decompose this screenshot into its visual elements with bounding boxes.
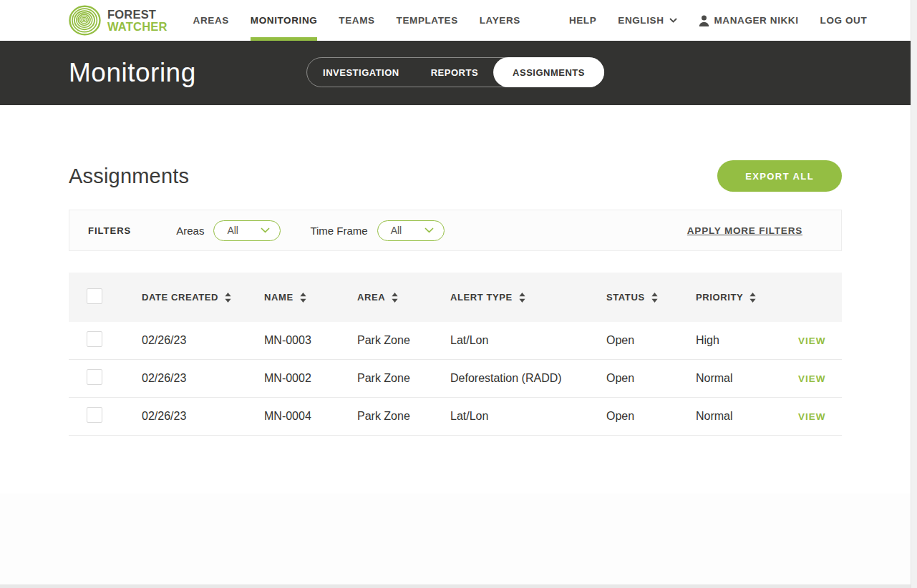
tree-rings-icon	[69, 4, 101, 36]
areas-filter: Areas All	[176, 220, 281, 241]
nav-item-areas[interactable]: AREAS	[193, 0, 229, 41]
column-header-date-created[interactable]: DATE CREATED	[142, 292, 264, 303]
nav-item-templates[interactable]: TEMPLATES	[397, 0, 458, 41]
scrollbar-track[interactable]	[911, 0, 917, 588]
tab-assignments[interactable]: ASSIGNMENTS	[493, 57, 604, 87]
main-content: Assignments EXPORT ALL FILTERS Areas All…	[0, 105, 911, 494]
cell-name: MN-0003	[264, 334, 357, 347]
user-name: MANAGER NIKKI	[714, 15, 799, 26]
logout-link[interactable]: LOG OUT	[820, 15, 868, 26]
cell-status: Open	[606, 334, 696, 347]
sort-icon	[651, 293, 658, 303]
sort-icon	[392, 293, 398, 303]
column-header-alert-type[interactable]: ALERT TYPE	[450, 292, 606, 303]
cell-priority: High	[696, 334, 798, 347]
table-row: 02/26/23 MN-0003 Park Zone Lat/Lon Open …	[69, 322, 842, 360]
main-nav: AREAS MONITORING TEAMS TEMPLATES LAYERS	[193, 0, 542, 41]
timeframe-filter-select[interactable]: All	[377, 220, 445, 241]
forest-watcher-logo[interactable]: FOREST WATCHER	[69, 0, 168, 41]
row-checkbox[interactable]	[87, 407, 102, 423]
brand-name: FOREST WATCHER	[107, 9, 168, 31]
areas-filter-label: Areas	[176, 225, 204, 237]
cell-date-created: 02/26/23	[142, 410, 264, 423]
timeframe-filter-label: Time Frame	[310, 225, 367, 237]
footer-area	[0, 494, 911, 584]
footer-strip	[0, 584, 911, 588]
cell-area: Park Zone	[357, 334, 450, 347]
sort-icon	[749, 293, 756, 303]
chevron-down-icon	[669, 18, 677, 23]
filters-bar: FILTERS Areas All Time Frame All	[69, 210, 842, 251]
chevron-down-icon	[261, 227, 270, 233]
cell-name: MN-0002	[264, 372, 357, 385]
help-link[interactable]: HELP	[569, 15, 596, 26]
monitoring-tabs: INVESTIGATION REPORTS ASSIGNMENTS	[306, 57, 604, 87]
view-link[interactable]: VIEW	[798, 335, 826, 346]
cell-alert-type: Lat/Lon	[450, 334, 606, 347]
tab-reports[interactable]: REPORTS	[415, 58, 494, 87]
nav-item-teams[interactable]: TEAMS	[339, 0, 374, 41]
language-label: ENGLISH	[618, 15, 664, 26]
cell-status: Open	[606, 372, 696, 385]
user-icon	[699, 15, 709, 26]
cell-alert-type: Lat/Lon	[450, 410, 606, 423]
cell-priority: Normal	[696, 410, 798, 423]
areas-filter-value: All	[227, 225, 238, 236]
page-header: Monitoring INVESTIGATION REPORTS ASSIGNM…	[0, 41, 911, 105]
areas-filter-select[interactable]: All	[213, 220, 281, 241]
chevron-down-icon	[424, 227, 434, 233]
timeframe-filter-value: All	[391, 225, 402, 236]
select-all-checkbox[interactable]	[87, 288, 102, 304]
section-heading: Assignments	[69, 165, 189, 188]
assignments-table: DATE CREATED NAME AREA ALERT TYPE	[69, 273, 842, 436]
cell-date-created: 02/26/23	[142, 334, 264, 347]
sort-icon	[300, 293, 306, 303]
view-link[interactable]: VIEW	[798, 411, 826, 422]
sort-icon	[225, 293, 231, 303]
view-link[interactable]: VIEW	[798, 373, 826, 384]
user-nav: HELP ENGLISH MANAGER NIKKI LOG OUT	[542, 0, 867, 41]
table-row: 02/26/23 MN-0002 Park Zone Deforestation…	[69, 360, 842, 398]
export-all-button[interactable]: EXPORT ALL	[717, 160, 842, 192]
cell-name: MN-0004	[264, 410, 357, 423]
page-title: Monitoring	[69, 58, 196, 88]
user-menu[interactable]: MANAGER NIKKI	[699, 15, 799, 26]
column-header-priority[interactable]: PRIORITY	[696, 292, 798, 303]
sort-icon	[519, 293, 525, 303]
table-header-row: DATE CREATED NAME AREA ALERT TYPE	[69, 273, 842, 322]
column-header-name[interactable]: NAME	[264, 292, 357, 303]
cell-area: Park Zone	[357, 410, 450, 423]
column-header-status[interactable]: STATUS	[606, 292, 696, 303]
brand-line1: FOREST	[107, 9, 168, 20]
table-row: 02/26/23 MN-0004 Park Zone Lat/Lon Open …	[69, 398, 842, 436]
column-header-area[interactable]: AREA	[357, 292, 450, 303]
apply-more-filters-link[interactable]: APPLY MORE FILTERS	[687, 225, 802, 236]
timeframe-filter: Time Frame All	[310, 220, 444, 241]
cell-status: Open	[606, 410, 696, 423]
brand-line2: WATCHER	[107, 21, 168, 32]
top-bar: FOREST WATCHER AREAS MONITORING TEAMS TE…	[0, 0, 911, 41]
cell-priority: Normal	[696, 372, 798, 385]
nav-item-layers[interactable]: LAYERS	[480, 0, 520, 41]
filters-label: FILTERS	[88, 225, 131, 236]
tab-investigation[interactable]: INVESTIGATION	[307, 58, 415, 87]
cell-alert-type: Deforestation (RADD)	[450, 372, 606, 385]
language-select[interactable]: ENGLISH	[618, 15, 676, 26]
row-checkbox[interactable]	[87, 369, 102, 385]
nav-item-monitoring[interactable]: MONITORING	[251, 0, 318, 41]
cell-area: Park Zone	[357, 372, 450, 385]
row-checkbox[interactable]	[87, 331, 102, 347]
app-root: FOREST WATCHER AREAS MONITORING TEAMS TE…	[0, 0, 911, 588]
cell-date-created: 02/26/23	[142, 372, 264, 385]
